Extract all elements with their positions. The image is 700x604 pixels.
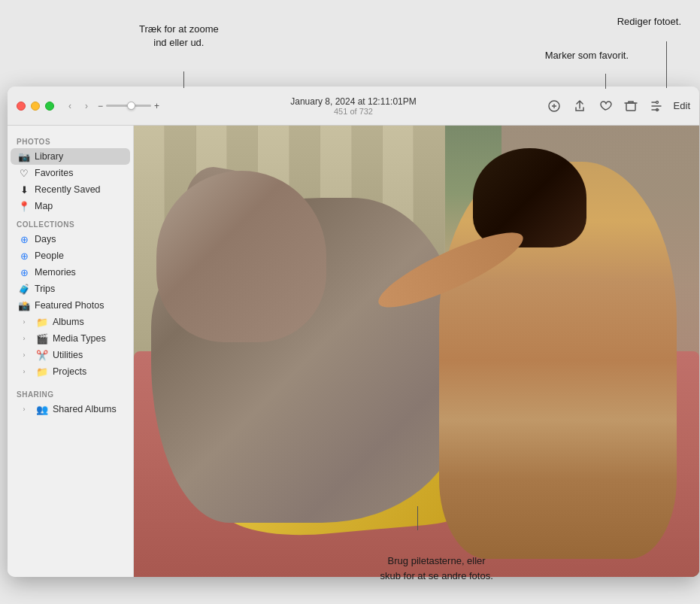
sidebar: Photos 📷 Library ♡ Favorites ⬇ Recently … xyxy=(8,126,134,577)
sidebar-item-projects[interactable]: › 📁 Projects xyxy=(11,363,130,380)
svg-point-2 xyxy=(656,101,658,103)
close-button[interactable] xyxy=(17,102,26,111)
titlebar: ‹ › − + January 8, 2024 at 12:11:01PM 45… xyxy=(8,87,699,126)
share-icon[interactable] xyxy=(571,98,588,114)
sidebar-item-shared-albums[interactable]: › 👥 Shared Albums xyxy=(11,401,130,417)
sidebar-item-favorites[interactable]: ♡ Favorites xyxy=(11,165,130,181)
utilities-icon: ✂️ xyxy=(36,349,48,361)
titlebar-center: January 8, 2024 at 12:11:01PM 451 of 732 xyxy=(290,96,416,116)
featured-photos-icon: 📸 xyxy=(18,299,30,311)
main-window: ‹ › − + January 8, 2024 at 12:11:01PM 45… xyxy=(8,87,699,577)
adjust-icon[interactable] xyxy=(648,98,665,114)
photo-date: January 8, 2024 at 12:11:01PM xyxy=(290,96,416,107)
zoom-minus-icon[interactable]: − xyxy=(98,101,103,111)
sidebar-item-library[interactable]: 📷 Library xyxy=(11,148,130,165)
zoom-plus-icon[interactable]: + xyxy=(154,101,159,111)
sidebar-item-days[interactable]: ⊕ Days xyxy=(11,231,130,247)
slider-track[interactable] xyxy=(106,105,151,107)
maximize-button[interactable] xyxy=(45,102,54,111)
recently-saved-icon: ⬇ xyxy=(18,184,30,196)
map-icon: 📍 xyxy=(18,200,30,212)
albums-expand-icon: › xyxy=(18,316,30,328)
retouch-icon[interactable] xyxy=(546,98,562,114)
sidebar-section-sharing: Sharing xyxy=(8,384,133,401)
slider-thumb[interactable] xyxy=(127,102,135,110)
photo-canvas xyxy=(134,126,699,577)
projects-icon: 📁 xyxy=(36,366,48,378)
sidebar-item-people[interactable]: ⊕ People xyxy=(11,247,130,264)
sidebar-item-trips[interactable]: 🧳 Trips xyxy=(11,281,130,297)
forward-arrow[interactable]: › xyxy=(80,99,93,113)
window-body: Photos 📷 Library ♡ Favorites ⬇ Recently … xyxy=(8,126,699,577)
back-arrow[interactable]: ‹ xyxy=(63,99,77,113)
sidebar-item-media-types[interactable]: › 🎬 Media Types xyxy=(11,330,130,347)
shared-albums-expand-icon: › xyxy=(18,403,30,415)
traffic-lights xyxy=(17,102,54,111)
favorite-callout: Marker som favorit. xyxy=(545,49,629,62)
trash-icon[interactable] xyxy=(623,98,639,114)
navigate-callout: Brug piletasterne, eller skub for at se … xyxy=(380,554,493,583)
albums-icon: 📁 xyxy=(36,316,48,328)
sidebar-item-albums[interactable]: › 📁 Albums xyxy=(11,314,130,330)
photo-count: 451 of 732 xyxy=(290,107,416,116)
edit-button[interactable]: Edit xyxy=(674,100,690,111)
media-types-icon: 🎬 xyxy=(36,332,48,344)
days-icon: ⊕ xyxy=(18,233,30,245)
dog-head xyxy=(156,171,326,342)
projects-expand-icon: › xyxy=(18,366,30,378)
favorite-icon[interactable] xyxy=(597,98,614,114)
people-icon: ⊕ xyxy=(18,250,30,262)
zoom-callout-line xyxy=(183,71,184,88)
sidebar-item-featured-photos[interactable]: 📸 Featured Photos xyxy=(11,297,130,314)
favorite-callout-line xyxy=(605,74,606,89)
shared-albums-icon: 👥 xyxy=(36,403,48,415)
utilities-expand-icon: › xyxy=(18,349,30,361)
sidebar-item-memories[interactable]: ⊕ Memories xyxy=(11,264,130,281)
navigate-callout-line xyxy=(417,506,418,530)
girl-head xyxy=(473,148,586,247)
library-icon: 📷 xyxy=(18,150,30,162)
sidebar-item-recently-saved[interactable]: ⬇ Recently Saved xyxy=(11,181,130,198)
minimize-button[interactable] xyxy=(31,102,40,111)
edit-callout-line xyxy=(666,41,667,88)
favorites-icon: ♡ xyxy=(18,167,30,179)
sidebar-item-utilities[interactable]: › ✂️ Utilities xyxy=(11,347,130,363)
titlebar-actions: Edit xyxy=(546,98,690,114)
trips-icon: 🧳 xyxy=(18,283,30,295)
memories-icon: ⊕ xyxy=(18,266,30,278)
zoom-slider[interactable]: − + xyxy=(98,101,159,111)
media-types-expand-icon: › xyxy=(18,332,30,344)
edit-callout: Rediger fotoet. xyxy=(617,15,681,29)
photo-area xyxy=(134,126,699,577)
sidebar-section-collections: Collections xyxy=(8,214,133,231)
nav-arrows: ‹ › xyxy=(63,99,93,113)
sidebar-item-map[interactable]: 📍 Map xyxy=(11,198,130,214)
zoom-callout: Træk for at zoome ind eller ud. xyxy=(139,23,219,50)
svg-rect-1 xyxy=(626,103,635,111)
sidebar-section-photos: Photos xyxy=(8,132,133,148)
